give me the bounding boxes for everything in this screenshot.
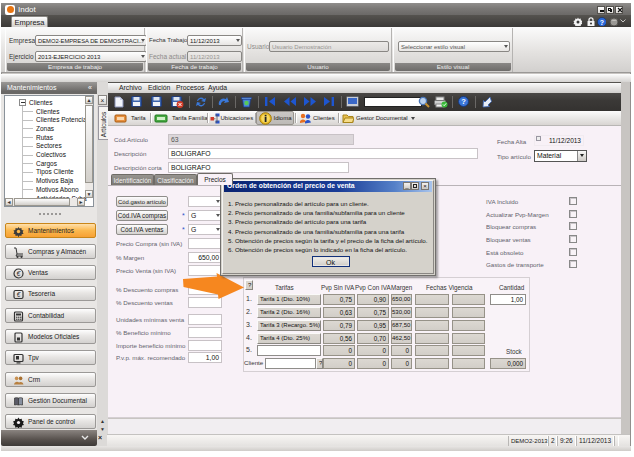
svg-text:€: €: [17, 270, 22, 277]
svg-text:€: €: [17, 291, 21, 298]
svg-text:?: ?: [600, 19, 604, 26]
svg-text:?: ?: [461, 97, 466, 106]
